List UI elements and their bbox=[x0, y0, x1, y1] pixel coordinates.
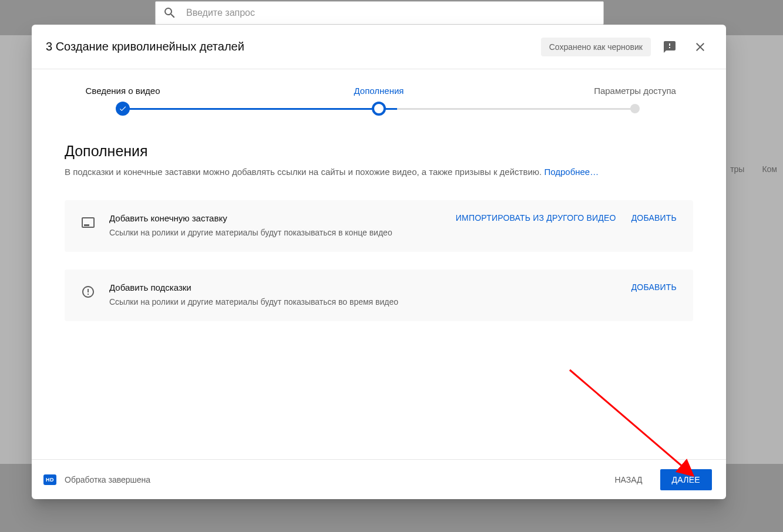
cards-actions: ДОБАВИТЬ bbox=[631, 282, 677, 292]
endscreen-body: Добавить конечную заставку Ссылки на рол… bbox=[109, 213, 442, 239]
back-button[interactable]: НАЗАД bbox=[605, 469, 651, 490]
background-tabs: тры Ком bbox=[730, 164, 783, 174]
content-subtext: В подсказки и конечные заставки можно до… bbox=[65, 166, 693, 179]
background-search: Введите запрос bbox=[155, 1, 604, 25]
close-button[interactable] bbox=[688, 35, 712, 59]
dialog-footer: HD Обработка завершена НАЗАД ДАЛЕЕ bbox=[32, 459, 726, 499]
processing-status: Обработка завершена bbox=[65, 475, 597, 484]
save-status-chip: Сохранено как черновик bbox=[541, 38, 651, 56]
feedback-button[interactable] bbox=[658, 35, 681, 59]
endscreen-card: Добавить конечную заставку Ссылки на рол… bbox=[65, 200, 693, 252]
hd-badge-icon: HD bbox=[43, 474, 56, 485]
cards-body: Добавить подсказки Ссылки на ролики и др… bbox=[109, 282, 617, 308]
step-label-details[interactable]: Сведения о видео bbox=[67, 86, 179, 96]
add-endscreen-button[interactable]: ДОБАВИТЬ bbox=[631, 213, 677, 223]
learn-more-link[interactable]: Подробнее… bbox=[544, 167, 599, 177]
next-button[interactable]: ДАЛЕЕ bbox=[660, 469, 713, 490]
cards-desc: Ссылки на ролики и другие материалы буду… bbox=[109, 296, 403, 308]
step-node-active[interactable] bbox=[372, 102, 386, 116]
endscreen-icon bbox=[81, 216, 95, 232]
step-node-pending[interactable] bbox=[630, 104, 640, 113]
step-label-visibility[interactable]: Параметры доступа bbox=[579, 86, 691, 96]
dialog-title: 3 Создание криволинейных деталей bbox=[46, 40, 534, 53]
step-labels: Сведения о видео Дополнения Параметры до… bbox=[67, 86, 691, 96]
step-node-done[interactable] bbox=[116, 102, 130, 116]
close-icon bbox=[693, 40, 707, 54]
dialog-content: Дополнения В подсказки и конечные застав… bbox=[32, 119, 726, 459]
add-cards-button[interactable]: ДОБАВИТЬ bbox=[631, 282, 677, 292]
search-placeholder: Введите запрос bbox=[186, 8, 255, 18]
stepper: Сведения о видео Дополнения Параметры до… bbox=[32, 69, 726, 119]
dialog-header: 3 Создание криволинейных деталей Сохране… bbox=[32, 25, 726, 69]
endscreen-desc: Ссылки на ролики и другие материалы буду… bbox=[109, 227, 403, 239]
import-from-video-button[interactable]: ИМПОРТИРОВАТЬ ИЗ ДРУГОГО ВИДЕО bbox=[456, 213, 616, 223]
cards-title: Добавить подсказки bbox=[109, 282, 617, 292]
cards-icon bbox=[81, 285, 95, 301]
step-label-additions[interactable]: Дополнения bbox=[354, 86, 404, 96]
check-icon bbox=[119, 105, 127, 113]
step-track bbox=[67, 102, 691, 119]
endscreen-actions: ИМПОРТИРОВАТЬ ИЗ ДРУГОГО ВИДЕО ДОБАВИТЬ bbox=[456, 213, 677, 223]
endscreen-title: Добавить конечную заставку bbox=[109, 213, 442, 223]
upload-dialog: 3 Создание криволинейных деталей Сохране… bbox=[32, 25, 726, 499]
track-line-fill bbox=[123, 108, 397, 110]
search-icon bbox=[163, 6, 177, 20]
feedback-icon bbox=[663, 40, 677, 54]
content-heading: Дополнения bbox=[65, 143, 693, 160]
cards-card: Добавить подсказки Ссылки на ролики и др… bbox=[65, 270, 693, 321]
